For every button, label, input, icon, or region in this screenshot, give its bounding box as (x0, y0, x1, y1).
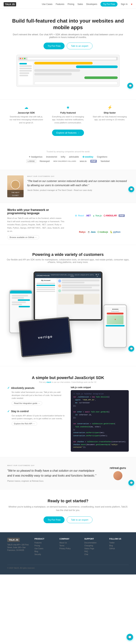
explore-features-button[interactable]: Explore all features → (52, 130, 84, 136)
badge-net: .NET (86, 214, 91, 217)
trusted-label: Trusted by amazing companies around the … (7, 150, 129, 153)
chat-bubble-cyan (76, 66, 118, 68)
code-line: conversation.setParticipant(me); (73, 432, 126, 434)
footer-link-status[interactable]: Status Page (84, 548, 104, 550)
footer-link-usecases[interactable]: Use Cases (34, 548, 54, 550)
tablet-screen: CROWDYHOUSE HANDPICKED FURNITURE, LIGHTI… (35, 273, 101, 319)
testimonial-photo: THE NEXT CLOSET (7, 176, 24, 197)
chat-float-icon-hero[interactable]: 💬 (127, 83, 133, 88)
cta-try-button[interactable]: Try For Free (44, 516, 65, 523)
phone-right-screen: ★★★★★ Great product! 📍 (104, 305, 126, 347)
hero-try-button[interactable]: Try For Free (44, 42, 65, 49)
sidebar-mock-item (19, 65, 32, 67)
code-line: var conversation = talkSession.getOrCrea… (73, 422, 126, 425)
cta-section: Ready to get started? Whether you're bui… (0, 489, 136, 532)
footer-col-follow: FOLLOW US Twitter Blog GitHub (109, 538, 129, 556)
logos-row-2: LODGE Honespot NEW CHILDREN'S VILLAGES w… (7, 160, 129, 163)
code-line: conversation.setParticipant(other); (73, 434, 126, 437)
chat-msg (62, 280, 100, 281)
hero-talk-button[interactable]: Talk to an expert (67, 42, 92, 49)
sdk-right: talk.js code snippet // Talk.js TalkChat… (71, 386, 129, 452)
nav-features[interactable]: Features (56, 3, 64, 6)
integration-guide-link[interactable]: Read the integration guide → (12, 401, 42, 405)
testimonial2-label: WHAT OUR CUSTOMERS SAY (7, 464, 100, 466)
testimonial2-section: WHAT OUR CUSTOMERS SAY "We're so pleased… (0, 457, 136, 489)
tablet-sidebar: My Account (35, 278, 57, 319)
footer-link-blog2[interactable]: Blog (109, 545, 129, 547)
sidebar-mock-item (19, 70, 32, 72)
nav-try-button[interactable]: Try For Free (100, 2, 118, 6)
chat-row (58, 280, 100, 283)
browser-sidebar (18, 62, 33, 85)
footer-link-features[interactable]: Features (34, 542, 54, 544)
chat-float-icon-testimonial[interactable]: 💬 (128, 186, 134, 192)
cloud-icon: ☁ (8, 105, 44, 110)
framework-desc: Most of our TalkJS code will live in the… (7, 217, 65, 233)
phone-header2 (104, 305, 126, 307)
testimonial2-quote: "We're so pleased to finally have a chat… (7, 468, 100, 478)
testimonial2-content: WHAT OUR CUSTOMERS SAY "We're so pleased… (7, 464, 100, 482)
cta-desc: Whether you're building a marketplace, o… (7, 505, 129, 512)
code-line: me: currentUser (73, 402, 126, 404)
tablet2-text: vertigo (38, 334, 53, 340)
nav-sign-in-button[interactable]: Sign In (121, 3, 128, 6)
nav-pricing[interactable]: Pricing (68, 3, 74, 6)
footer-link-privacy[interactable]: Privacy Policy (60, 548, 79, 550)
product-image (58, 294, 100, 304)
footer-col-product: PRODUCT Features Pricing Use Cases Blog … (34, 538, 54, 556)
check-icon-2: ✓ (7, 410, 10, 413)
footer-link-twitter[interactable]: Twitter (109, 542, 129, 544)
chat-avatar (58, 280, 61, 282)
footer-link-changelog[interactable]: Changelog (84, 545, 104, 547)
footer-link-chat[interactable]: Chat (84, 554, 104, 556)
footer-link-security[interactable]: Security (34, 554, 54, 556)
retreat-avatar (113, 471, 122, 480)
chat-float-icon-testimonial2[interactable]: 💬 (128, 480, 134, 486)
sdk-feature-peanuts: ✓ Absolutely peanuts No matter what fram… (7, 386, 65, 405)
cta-title: Ready to get started? (7, 498, 129, 503)
code-line: }); (73, 416, 126, 419)
footer-link-faq[interactable]: FAQ (84, 550, 104, 552)
cta-talk-button[interactable]: Talk to an expert (67, 516, 92, 523)
footer-link-docs[interactable]: Documentation (84, 542, 104, 544)
logo-lofty: lofty (61, 156, 65, 158)
feature-item-full: ★ Fully featured Everything you want in … (50, 105, 86, 124)
badge-ruby: Ruby♦ (79, 231, 86, 233)
testimonial1-author: Jacob Stober, product manager at The Nex… (27, 189, 129, 191)
framework-section: Works with your framework or programming… (0, 203, 136, 245)
logo-honespot: Honespot (40, 160, 50, 162)
chat-row (58, 284, 100, 288)
trusted-section: Trusted by amazing companies around the … (0, 147, 136, 170)
code-line: var other = await Talk.User.getById({ (73, 411, 126, 413)
framework-title: Works with your framework or programming… (7, 208, 65, 215)
nav-sales[interactable]: Sales (77, 3, 83, 6)
browser-url-bar (27, 58, 116, 60)
device-phone-right: ★★★★★ Great product! 📍 (103, 304, 127, 348)
browse-github-button[interactable]: Browse available on GitHub → (7, 235, 39, 239)
phone-header (10, 290, 32, 294)
chat-avatar (58, 289, 61, 292)
sdk-peanuts-desc: No matter what framework you use, Talk.j… (7, 391, 65, 400)
nav-developers[interactable]: Developers (86, 3, 97, 6)
footer-link-pricing[interactable]: Pricing (34, 545, 54, 547)
logo-woo: woo.io (80, 160, 87, 162)
footer-col-support: SUPPORT Documentation Changelog Status P… (84, 538, 104, 556)
nav-use-cases[interactable]: Use Cases (42, 3, 53, 6)
footer-link-about[interactable]: About Us (60, 542, 79, 544)
tablet-header: CROWDYHOUSE HANDPICKED FURNITURE, LIGHTI… (35, 273, 101, 278)
code-line (73, 438, 126, 440)
footer-link-terms[interactable]: Terms (60, 545, 79, 547)
testimonial-content: WHAT OUR CUSTOMERS SAY "The load on our … (27, 176, 129, 191)
rich-api-link[interactable]: Explore the Rich API → (12, 422, 37, 426)
my-account-label: My Account (36, 280, 55, 281)
phone-bubble (12, 304, 22, 305)
retreat-logo-text: retreat.guru (110, 466, 126, 470)
testimonial2-author: Plamen Ivanov, engineer at Retreat.Guru (7, 480, 100, 482)
sdk-control-desc: Our analytic API allows UI puts its cust… (7, 414, 65, 420)
retreat-logo-area: retreat.guru (107, 466, 129, 480)
sdk-control-title: ✓ Stay in control (7, 410, 65, 413)
footer-link-github[interactable]: GitHub (109, 548, 129, 550)
chat-float-icon-powering[interactable]: 💬 (128, 346, 134, 352)
code-title: talk.js code snippet (71, 386, 129, 389)
footer-link-blog[interactable]: Blog (34, 550, 54, 552)
